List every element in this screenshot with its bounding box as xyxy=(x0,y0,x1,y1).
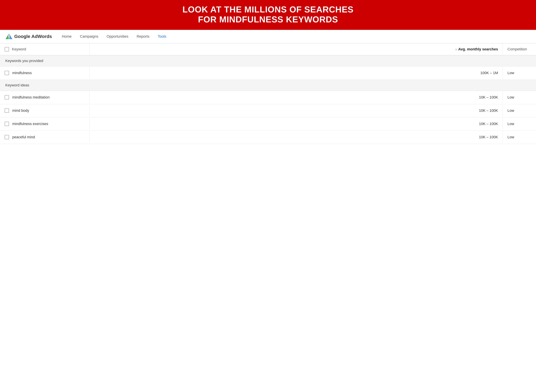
sort-arrow-icon: ↓ xyxy=(455,47,457,51)
table-row: mindfulness 100K – 1M Low xyxy=(0,66,536,80)
competition-column-header: Competition xyxy=(503,43,536,55)
keyword-value: mindfulness meditation xyxy=(12,95,50,99)
row-checkbox[interactable] xyxy=(5,135,9,139)
table-row: mind body 10K – 100K Low xyxy=(0,104,536,117)
competition-cell: Low xyxy=(503,67,536,79)
logo[interactable]: Google AdWords xyxy=(5,33,52,40)
row-checkbox[interactable] xyxy=(5,108,9,113)
nav-opportunities[interactable]: Opportunities xyxy=(107,34,128,39)
keyword-cell: peaceful mind xyxy=(0,131,89,143)
searches-cell: 100K – 1M xyxy=(89,67,503,79)
competition-cell: Low xyxy=(503,118,536,130)
nav-home[interactable]: Home xyxy=(62,34,72,39)
keyword-value: mind body xyxy=(12,108,29,113)
row-checkbox[interactable] xyxy=(5,71,9,75)
table-row: peaceful mind 10K – 100K Low xyxy=(0,131,536,144)
table-row: mindfulness meditation 10K – 100K Low xyxy=(0,91,536,104)
keyword-value: mindfulness xyxy=(12,71,32,75)
searches-cell: 10K – 100K xyxy=(89,105,503,117)
keyword-value: peaceful mind xyxy=(12,135,35,139)
banner-line1: LOOK AT THE MILLIONS OF SEARCHES xyxy=(7,5,529,14)
competition-cell: Low xyxy=(503,92,536,103)
logo-text: Google AdWords xyxy=(14,34,52,39)
competition-cell: Low xyxy=(503,131,536,143)
keyword-value: mindfulness exercises xyxy=(12,122,48,126)
navigation: Google AdWords Home Campaigns Opportunit… xyxy=(0,30,536,43)
keyword-cell: mindfulness meditation xyxy=(0,92,89,103)
adwords-logo-icon xyxy=(5,33,13,40)
logo-google: Google xyxy=(14,34,31,39)
keyword-cell: mindfulness xyxy=(0,67,89,79)
table-row: mindfulness exercises 10K – 100K Low xyxy=(0,117,536,131)
row-checkbox[interactable] xyxy=(5,95,9,99)
keyword-table: Keyword ↓ Avg. monthly searches Competit… xyxy=(0,43,536,144)
section-ideas-label: Keyword ideas xyxy=(0,80,536,91)
keyword-column-header: Keyword xyxy=(0,43,89,55)
section-provided-label: Keywords you provided xyxy=(0,55,536,66)
searches-cell: 10K – 100K xyxy=(89,92,503,103)
logo-adwords: AdWords xyxy=(31,34,52,39)
nav-items: Home Campaigns Opportunities Reports Too… xyxy=(62,34,166,39)
competition-cell: Low xyxy=(503,105,536,117)
keyword-header-label: Keyword xyxy=(12,47,26,51)
keyword-cell: mind body xyxy=(0,105,89,117)
table-header-row: Keyword ↓ Avg. monthly searches Competit… xyxy=(0,43,536,55)
select-all-checkbox[interactable] xyxy=(5,47,9,51)
searches-header-label: Avg. monthly searches xyxy=(458,47,498,51)
nav-tools[interactable]: Tools xyxy=(158,34,166,39)
row-checkbox[interactable] xyxy=(5,122,9,126)
keyword-cell: mindfulness exercises xyxy=(0,118,89,130)
nav-campaigns[interactable]: Campaigns xyxy=(80,34,98,39)
searches-cell: 10K – 100K xyxy=(89,131,503,143)
banner: LOOK AT THE MILLIONS OF SEARCHES FOR MIN… xyxy=(0,0,536,30)
competition-header-label: Competition xyxy=(508,47,527,51)
nav-reports[interactable]: Reports xyxy=(137,34,149,39)
searches-cell: 10K – 100K xyxy=(89,118,503,130)
searches-column-header[interactable]: ↓ Avg. monthly searches xyxy=(89,43,503,55)
banner-line2: FOR MINDFULNESS KEYWORDS xyxy=(7,14,529,24)
